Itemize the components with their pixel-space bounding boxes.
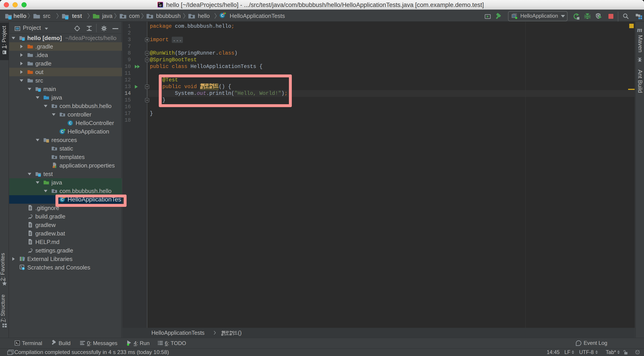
svg-text:IJ: IJ (159, 4, 161, 7)
svg-text:C: C (69, 121, 72, 125)
svg-text:C: C (221, 14, 224, 18)
svg-text:C: C (61, 130, 64, 134)
